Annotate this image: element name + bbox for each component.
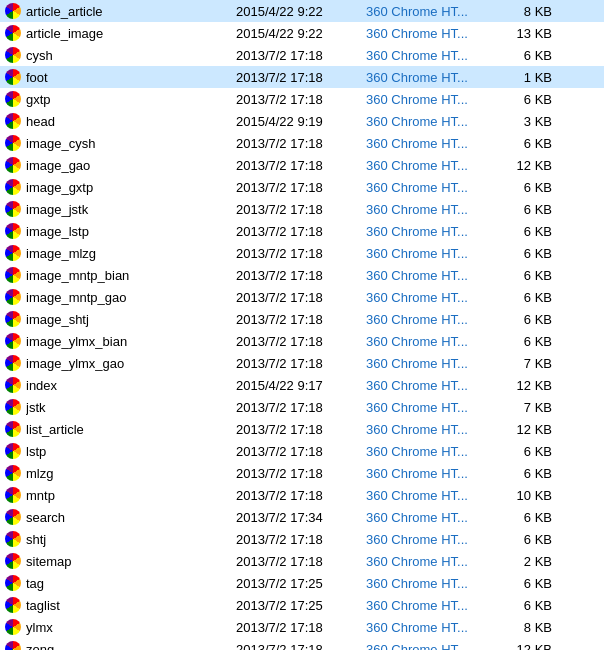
table-row[interactable]: article_article 2015/4/22 9:22 360 Chrom… [0,0,604,22]
file-size: 12 KB [496,642,556,651]
file-size: 3 KB [496,114,556,129]
file-name: zong [26,642,226,651]
file-name: gxtp [26,92,226,107]
file-date: 2013/7/2 17:18 [226,334,356,349]
file-name: image_jstk [26,202,226,217]
file-date: 2013/7/2 17:18 [226,400,356,415]
file-date: 2013/7/2 17:18 [226,202,356,217]
table-row[interactable]: foot 2013/7/2 17:18 360 Chrome HT... 1 K… [0,66,604,88]
file-app: 360 Chrome HT... [356,246,496,261]
table-row[interactable]: tag 2013/7/2 17:25 360 Chrome HT... 6 KB [0,572,604,594]
file-name: mlzg [26,466,226,481]
table-row[interactable]: ylmx 2013/7/2 17:18 360 Chrome HT... 8 K… [0,616,604,638]
file-app: 360 Chrome HT... [356,642,496,651]
file-size: 6 KB [496,246,556,261]
file-app: 360 Chrome HT... [356,48,496,63]
table-row[interactable]: mlzg 2013/7/2 17:18 360 Chrome HT... 6 K… [0,462,604,484]
file-type-icon [4,244,22,262]
file-size: 2 KB [496,554,556,569]
table-row[interactable]: index 2015/4/22 9:17 360 Chrome HT... 12… [0,374,604,396]
file-name: image_ylmx_bian [26,334,226,349]
file-app: 360 Chrome HT... [356,312,496,327]
file-size: 6 KB [496,466,556,481]
file-app: 360 Chrome HT... [356,202,496,217]
file-size: 6 KB [496,576,556,591]
file-name: taglist [26,598,226,613]
file-app: 360 Chrome HT... [356,136,496,151]
file-name: jstk [26,400,226,415]
table-row[interactable]: image_ylmx_bian 2013/7/2 17:18 360 Chrom… [0,330,604,352]
file-type-icon [4,156,22,174]
file-name: article_image [26,26,226,41]
table-row[interactable]: image_gxtp 2013/7/2 17:18 360 Chrome HT.… [0,176,604,198]
file-date: 2013/7/2 17:18 [226,312,356,327]
file-app: 360 Chrome HT... [356,290,496,305]
file-type-icon [4,640,22,650]
table-row[interactable]: image_lstp 2013/7/2 17:18 360 Chrome HT.… [0,220,604,242]
file-type-icon [4,332,22,350]
file-type-icon [4,46,22,64]
file-type-icon [4,530,22,548]
file-date: 2013/7/2 17:18 [226,642,356,651]
file-type-icon [4,112,22,130]
file-date: 2013/7/2 17:18 [226,268,356,283]
file-date: 2013/7/2 17:18 [226,290,356,305]
file-date: 2013/7/2 17:18 [226,92,356,107]
file-app: 360 Chrome HT... [356,158,496,173]
file-app: 360 Chrome HT... [356,422,496,437]
file-type-icon [4,2,22,20]
table-row[interactable]: shtj 2013/7/2 17:18 360 Chrome HT... 6 K… [0,528,604,550]
file-size: 6 KB [496,510,556,525]
file-name: image_mlzg [26,246,226,261]
table-row[interactable]: gxtp 2013/7/2 17:18 360 Chrome HT... 6 K… [0,88,604,110]
table-row[interactable]: image_mlzg 2013/7/2 17:18 360 Chrome HT.… [0,242,604,264]
table-row[interactable]: article_image 2015/4/22 9:22 360 Chrome … [0,22,604,44]
table-row[interactable]: mntp 2013/7/2 17:18 360 Chrome HT... 10 … [0,484,604,506]
table-row[interactable]: image_mntp_bian 2013/7/2 17:18 360 Chrom… [0,264,604,286]
table-row[interactable]: list_article 2013/7/2 17:18 360 Chrome H… [0,418,604,440]
file-app: 360 Chrome HT... [356,26,496,41]
table-row[interactable]: image_jstk 2013/7/2 17:18 360 Chrome HT.… [0,198,604,220]
table-row[interactable]: search 2013/7/2 17:34 360 Chrome HT... 6… [0,506,604,528]
file-app: 360 Chrome HT... [356,4,496,19]
file-app: 360 Chrome HT... [356,224,496,239]
file-type-icon [4,486,22,504]
file-size: 12 KB [496,378,556,393]
file-size: 6 KB [496,92,556,107]
file-date: 2013/7/2 17:18 [226,532,356,547]
file-size: 6 KB [496,268,556,283]
table-row[interactable]: cysh 2013/7/2 17:18 360 Chrome HT... 6 K… [0,44,604,66]
file-type-icon [4,310,22,328]
file-size: 6 KB [496,444,556,459]
file-date: 2013/7/2 17:25 [226,576,356,591]
table-row[interactable]: image_gao 2013/7/2 17:18 360 Chrome HT..… [0,154,604,176]
file-app: 360 Chrome HT... [356,268,496,283]
file-name: index [26,378,226,393]
file-date: 2013/7/2 17:18 [226,136,356,151]
file-app: 360 Chrome HT... [356,114,496,129]
table-row[interactable]: zong 2013/7/2 17:18 360 Chrome HT... 12 … [0,638,604,650]
table-row[interactable]: sitemap 2013/7/2 17:18 360 Chrome HT... … [0,550,604,572]
file-date: 2013/7/2 17:18 [226,488,356,503]
file-name: image_gao [26,158,226,173]
table-row[interactable]: image_mntp_gao 2013/7/2 17:18 360 Chrome… [0,286,604,308]
table-row[interactable]: image_shtj 2013/7/2 17:18 360 Chrome HT.… [0,308,604,330]
file-type-icon [4,90,22,108]
file-name: image_shtj [26,312,226,327]
table-row[interactable]: taglist 2013/7/2 17:25 360 Chrome HT... … [0,594,604,616]
file-app: 360 Chrome HT... [356,92,496,107]
table-row[interactable]: lstp 2013/7/2 17:18 360 Chrome HT... 6 K… [0,440,604,462]
table-row[interactable]: image_cysh 2013/7/2 17:18 360 Chrome HT.… [0,132,604,154]
file-date: 2013/7/2 17:18 [226,422,356,437]
file-type-icon [4,376,22,394]
file-size: 6 KB [496,532,556,547]
table-row[interactable]: head 2015/4/22 9:19 360 Chrome HT... 3 K… [0,110,604,132]
file-size: 1 KB [496,70,556,85]
table-row[interactable]: jstk 2013/7/2 17:18 360 Chrome HT... 7 K… [0,396,604,418]
file-type-icon [4,420,22,438]
file-size: 6 KB [496,180,556,195]
file-type-icon [4,508,22,526]
file-size: 6 KB [496,202,556,217]
file-app: 360 Chrome HT... [356,180,496,195]
table-row[interactable]: image_ylmx_gao 2013/7/2 17:18 360 Chrome… [0,352,604,374]
